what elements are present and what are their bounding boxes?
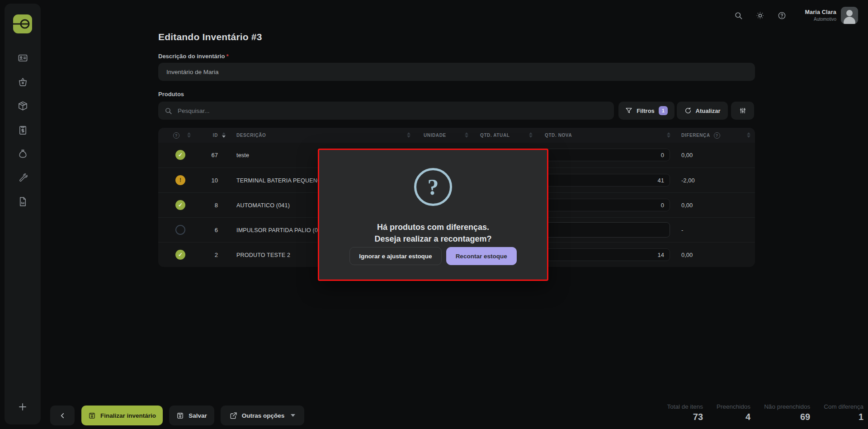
stat-with-difference: Com diferença 1 (824, 403, 863, 422)
product-search-input[interactable] (178, 107, 608, 114)
chevron-left-icon (59, 412, 66, 420)
sort-id[interactable] (222, 132, 226, 138)
stat-total-items: Total de itens 73 (667, 403, 703, 422)
filters-button[interactable]: Filtros 1 (618, 102, 675, 120)
back-button[interactable] (50, 406, 75, 425)
cell-description: teste (236, 143, 249, 168)
topbar: Maria Clara Automotivo (733, 5, 858, 25)
search-icon (165, 107, 172, 115)
sort-unit[interactable] (465, 132, 468, 138)
cell-description: TERMINAL BATERIA PEQUENO (236, 168, 322, 193)
sidebar-item-registrations[interactable] (15, 52, 30, 63)
sidebar-item-cash[interactable] (15, 148, 30, 159)
user-menu[interactable]: Maria Clara Automotivo (805, 7, 858, 24)
id-card-icon (18, 53, 28, 63)
column-difference[interactable]: DIFERENÇA ? (681, 128, 720, 143)
chevron-down-icon (291, 414, 295, 417)
dialog-actions: Ignorar e ajustar estoque Recontar estoq… (319, 247, 547, 265)
ignore-adjust-button[interactable]: Ignorar e ajustar estoque (349, 247, 441, 265)
sort-qty-new[interactable] (667, 132, 670, 138)
more-options-label: Outras opções (242, 412, 285, 419)
sort-qty-current[interactable] (529, 132, 533, 138)
sidebar-item-services[interactable] (15, 172, 30, 183)
dialog-message-line1: Há produtos com diferenças. (319, 221, 547, 233)
difference-column-help-icon[interactable]: ? (714, 132, 720, 139)
description-input[interactable] (158, 63, 755, 81)
cell-id: 6 (194, 218, 218, 242)
sliders-icon (739, 107, 746, 114)
sidebar-item-sales[interactable] (15, 76, 30, 87)
refresh-button[interactable]: Atualizar (677, 102, 728, 120)
more-options-button[interactable]: Outras opções (221, 406, 304, 425)
sidebar-item-reports[interactable] (15, 196, 30, 207)
plus-icon (18, 402, 27, 411)
status-warning-icon[interactable]: ! (175, 175, 185, 185)
recount-dialog: ? Há produtos com diferenças. Deseja rea… (318, 149, 548, 281)
user-role: Automotivo (805, 17, 836, 22)
sort-description[interactable] (407, 132, 410, 138)
stat-filled: Preenchidos 4 (717, 403, 750, 422)
finalize-label: Finalizar inventário (100, 412, 156, 419)
status-check-icon[interactable]: ✓ (175, 150, 185, 160)
filters-label: Filtros (637, 107, 655, 114)
cell-id: 10 (194, 168, 218, 193)
add-button[interactable] (15, 399, 30, 415)
save-icon (176, 412, 184, 420)
user-info: Maria Clara Automotivo (805, 9, 836, 22)
search-icon (734, 11, 743, 20)
recount-button[interactable]: Recontar estoque (446, 247, 517, 265)
package-icon (18, 101, 28, 111)
dialog-message: Há produtos com diferenças. Deseja reali… (319, 221, 547, 245)
funnel-icon (625, 107, 632, 114)
brand-e-icon (13, 14, 32, 33)
status-empty-icon[interactable] (175, 225, 185, 235)
sidebar-nav (15, 52, 30, 207)
refresh-icon (684, 107, 692, 114)
file-chart-icon (18, 196, 28, 207)
cell-difference: 0,00 (681, 193, 693, 218)
avatar-person-icon (846, 10, 853, 16)
refresh-label: Atualizar (696, 107, 721, 114)
status-check-icon[interactable]: ✓ (175, 200, 185, 210)
cell-difference: 0,00 (681, 143, 693, 168)
avatar[interactable] (841, 7, 858, 24)
cell-difference: -2,00 (681, 168, 695, 193)
sun-icon (756, 11, 764, 20)
search-button[interactable] (733, 10, 743, 20)
column-settings-button[interactable] (731, 102, 754, 120)
status-column-help-icon[interactable]: ? (173, 132, 179, 139)
finalize-inventory-button[interactable]: Finalizar inventário (81, 406, 163, 425)
cell-difference: 0,00 (681, 242, 693, 267)
sidebar-item-finance[interactable] (15, 124, 30, 135)
column-qty-new[interactable]: QTD. NOVA (545, 128, 572, 143)
clipboard-dollar-icon (18, 125, 28, 135)
save-icon (88, 412, 96, 420)
brand-logo[interactable] (13, 14, 32, 33)
question-icon: ? (414, 168, 452, 206)
column-description[interactable]: DESCRIÇÃO (236, 128, 266, 143)
column-id[interactable]: ID (203, 128, 218, 143)
external-link-icon (230, 412, 237, 420)
cell-id: 2 (194, 242, 218, 267)
theme-toggle-button[interactable] (755, 10, 765, 20)
save-button[interactable]: Salvar (169, 406, 214, 425)
help-button[interactable] (777, 10, 787, 20)
sort-difference[interactable] (747, 132, 750, 138)
table-header: ? ID DESCRIÇÃO UNIDADE QTD. ATUAL QTD. N… (158, 128, 755, 143)
stat-unfilled: Não preenchidos 69 (764, 403, 810, 422)
status-check-icon[interactable]: ✓ (175, 250, 185, 260)
basket-icon (18, 77, 28, 87)
column-qty-current[interactable]: QTD. ATUAL (480, 128, 509, 143)
dialog-message-line2: Deseja realizar a recontagem? (319, 233, 547, 245)
wrench-icon (18, 173, 28, 183)
cell-description: PRODUTO TESTE 2 (236, 242, 290, 267)
product-search (158, 102, 614, 120)
sort-status[interactable] (187, 132, 191, 138)
sidebar-item-products[interactable] (15, 100, 30, 111)
column-unit[interactable]: UNIDADE (424, 128, 446, 143)
sidebar (5, 4, 41, 424)
filters-badge: 1 (659, 106, 668, 115)
cell-difference: - (681, 218, 683, 242)
inventory-stats: Total de itens 73 Preenchidos 4 Não pree… (667, 403, 864, 422)
save-label: Salvar (189, 412, 207, 419)
